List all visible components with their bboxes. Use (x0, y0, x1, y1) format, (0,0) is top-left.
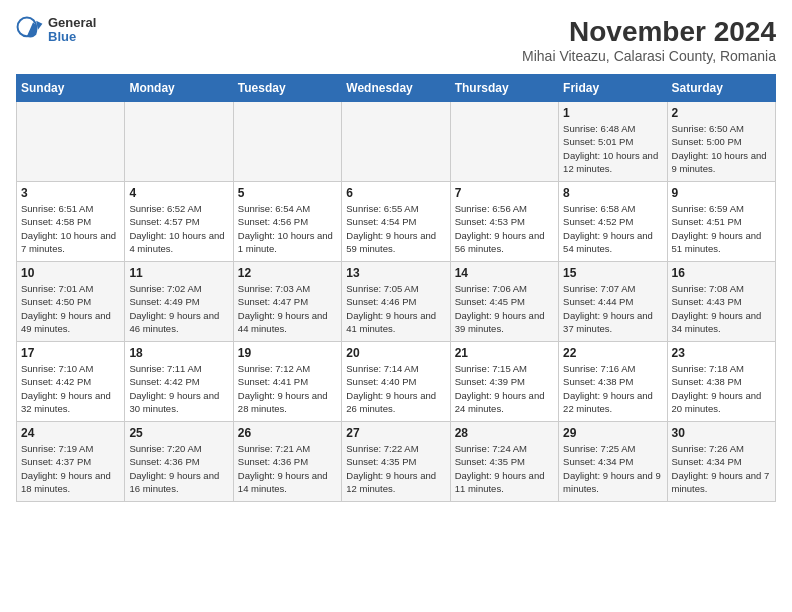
day-info: Sunrise: 7:14 AM Sunset: 4:40 PM Dayligh… (346, 362, 445, 415)
day-info: Sunrise: 7:11 AM Sunset: 4:42 PM Dayligh… (129, 362, 228, 415)
header-saturday: Saturday (667, 75, 775, 102)
calendar-cell (17, 102, 125, 182)
day-info: Sunrise: 7:18 AM Sunset: 4:38 PM Dayligh… (672, 362, 771, 415)
calendar-cell: 1Sunrise: 6:48 AM Sunset: 5:01 PM Daylig… (559, 102, 667, 182)
header-wednesday: Wednesday (342, 75, 450, 102)
calendar-cell: 27Sunrise: 7:22 AM Sunset: 4:35 PM Dayli… (342, 422, 450, 502)
calendar-cell: 3Sunrise: 6:51 AM Sunset: 4:58 PM Daylig… (17, 182, 125, 262)
calendar-cell (233, 102, 341, 182)
title-area: November 2024 Mihai Viteazu, Calarasi Co… (522, 16, 776, 64)
day-number: 9 (672, 186, 771, 200)
day-info: Sunrise: 7:20 AM Sunset: 4:36 PM Dayligh… (129, 442, 228, 495)
day-number: 25 (129, 426, 228, 440)
logo: General Blue (16, 16, 96, 45)
day-number: 15 (563, 266, 662, 280)
logo-blue: Blue (48, 30, 96, 44)
calendar-cell: 16Sunrise: 7:08 AM Sunset: 4:43 PM Dayli… (667, 262, 775, 342)
day-number: 27 (346, 426, 445, 440)
calendar-cell: 7Sunrise: 6:56 AM Sunset: 4:53 PM Daylig… (450, 182, 558, 262)
calendar-cell: 9Sunrise: 6:59 AM Sunset: 4:51 PM Daylig… (667, 182, 775, 262)
day-info: Sunrise: 6:55 AM Sunset: 4:54 PM Dayligh… (346, 202, 445, 255)
header-monday: Monday (125, 75, 233, 102)
day-info: Sunrise: 7:06 AM Sunset: 4:45 PM Dayligh… (455, 282, 554, 335)
calendar-cell: 11Sunrise: 7:02 AM Sunset: 4:49 PM Dayli… (125, 262, 233, 342)
day-info: Sunrise: 7:10 AM Sunset: 4:42 PM Dayligh… (21, 362, 120, 415)
calendar-cell: 14Sunrise: 7:06 AM Sunset: 4:45 PM Dayli… (450, 262, 558, 342)
calendar-cell: 6Sunrise: 6:55 AM Sunset: 4:54 PM Daylig… (342, 182, 450, 262)
day-info: Sunrise: 7:19 AM Sunset: 4:37 PM Dayligh… (21, 442, 120, 495)
calendar-cell: 25Sunrise: 7:20 AM Sunset: 4:36 PM Dayli… (125, 422, 233, 502)
day-number: 5 (238, 186, 337, 200)
day-number: 26 (238, 426, 337, 440)
calendar-body: 1Sunrise: 6:48 AM Sunset: 5:01 PM Daylig… (17, 102, 776, 502)
logo-icon (16, 16, 44, 44)
day-info: Sunrise: 7:21 AM Sunset: 4:36 PM Dayligh… (238, 442, 337, 495)
main-title: November 2024 (522, 16, 776, 48)
day-number: 3 (21, 186, 120, 200)
day-number: 19 (238, 346, 337, 360)
day-number: 13 (346, 266, 445, 280)
calendar-cell: 4Sunrise: 6:52 AM Sunset: 4:57 PM Daylig… (125, 182, 233, 262)
logo-general: General (48, 16, 96, 30)
calendar-cell: 21Sunrise: 7:15 AM Sunset: 4:39 PM Dayli… (450, 342, 558, 422)
day-number: 11 (129, 266, 228, 280)
calendar-cell: 29Sunrise: 7:25 AM Sunset: 4:34 PM Dayli… (559, 422, 667, 502)
day-info: Sunrise: 7:24 AM Sunset: 4:35 PM Dayligh… (455, 442, 554, 495)
day-number: 14 (455, 266, 554, 280)
calendar-cell (125, 102, 233, 182)
day-number: 22 (563, 346, 662, 360)
day-number: 7 (455, 186, 554, 200)
day-info: Sunrise: 7:08 AM Sunset: 4:43 PM Dayligh… (672, 282, 771, 335)
header-tuesday: Tuesday (233, 75, 341, 102)
day-number: 23 (672, 346, 771, 360)
week-row-5: 24Sunrise: 7:19 AM Sunset: 4:37 PM Dayli… (17, 422, 776, 502)
calendar-cell: 19Sunrise: 7:12 AM Sunset: 4:41 PM Dayli… (233, 342, 341, 422)
day-number: 2 (672, 106, 771, 120)
calendar-cell: 17Sunrise: 7:10 AM Sunset: 4:42 PM Dayli… (17, 342, 125, 422)
day-number: 16 (672, 266, 771, 280)
day-number: 4 (129, 186, 228, 200)
calendar-cell: 23Sunrise: 7:18 AM Sunset: 4:38 PM Dayli… (667, 342, 775, 422)
calendar-cell: 24Sunrise: 7:19 AM Sunset: 4:37 PM Dayli… (17, 422, 125, 502)
calendar-cell (450, 102, 558, 182)
calendar-cell: 28Sunrise: 7:24 AM Sunset: 4:35 PM Dayli… (450, 422, 558, 502)
calendar-cell: 8Sunrise: 6:58 AM Sunset: 4:52 PM Daylig… (559, 182, 667, 262)
calendar-cell: 15Sunrise: 7:07 AM Sunset: 4:44 PM Dayli… (559, 262, 667, 342)
calendar-cell (342, 102, 450, 182)
calendar-cell: 18Sunrise: 7:11 AM Sunset: 4:42 PM Dayli… (125, 342, 233, 422)
day-info: Sunrise: 6:50 AM Sunset: 5:00 PM Dayligh… (672, 122, 771, 175)
calendar-cell: 10Sunrise: 7:01 AM Sunset: 4:50 PM Dayli… (17, 262, 125, 342)
logo-text: General Blue (48, 16, 96, 45)
day-number: 30 (672, 426, 771, 440)
day-info: Sunrise: 6:54 AM Sunset: 4:56 PM Dayligh… (238, 202, 337, 255)
calendar-table: SundayMondayTuesdayWednesdayThursdayFrid… (16, 74, 776, 502)
day-number: 8 (563, 186, 662, 200)
day-info: Sunrise: 6:48 AM Sunset: 5:01 PM Dayligh… (563, 122, 662, 175)
day-number: 21 (455, 346, 554, 360)
header-friday: Friday (559, 75, 667, 102)
calendar-cell: 5Sunrise: 6:54 AM Sunset: 4:56 PM Daylig… (233, 182, 341, 262)
day-number: 6 (346, 186, 445, 200)
calendar-cell: 22Sunrise: 7:16 AM Sunset: 4:38 PM Dayli… (559, 342, 667, 422)
day-info: Sunrise: 7:22 AM Sunset: 4:35 PM Dayligh… (346, 442, 445, 495)
calendar-cell: 2Sunrise: 6:50 AM Sunset: 5:00 PM Daylig… (667, 102, 775, 182)
week-row-3: 10Sunrise: 7:01 AM Sunset: 4:50 PM Dayli… (17, 262, 776, 342)
header-row: SundayMondayTuesdayWednesdayThursdayFrid… (17, 75, 776, 102)
day-info: Sunrise: 7:12 AM Sunset: 4:41 PM Dayligh… (238, 362, 337, 415)
day-info: Sunrise: 7:02 AM Sunset: 4:49 PM Dayligh… (129, 282, 228, 335)
day-info: Sunrise: 7:16 AM Sunset: 4:38 PM Dayligh… (563, 362, 662, 415)
day-info: Sunrise: 7:03 AM Sunset: 4:47 PM Dayligh… (238, 282, 337, 335)
day-info: Sunrise: 7:07 AM Sunset: 4:44 PM Dayligh… (563, 282, 662, 335)
day-info: Sunrise: 7:25 AM Sunset: 4:34 PM Dayligh… (563, 442, 662, 495)
calendar-header: SundayMondayTuesdayWednesdayThursdayFrid… (17, 75, 776, 102)
day-number: 10 (21, 266, 120, 280)
subtitle: Mihai Viteazu, Calarasi County, Romania (522, 48, 776, 64)
calendar-cell: 30Sunrise: 7:26 AM Sunset: 4:34 PM Dayli… (667, 422, 775, 502)
day-number: 24 (21, 426, 120, 440)
day-info: Sunrise: 6:51 AM Sunset: 4:58 PM Dayligh… (21, 202, 120, 255)
calendar-cell: 26Sunrise: 7:21 AM Sunset: 4:36 PM Dayli… (233, 422, 341, 502)
day-info: Sunrise: 6:56 AM Sunset: 4:53 PM Dayligh… (455, 202, 554, 255)
calendar-cell: 20Sunrise: 7:14 AM Sunset: 4:40 PM Dayli… (342, 342, 450, 422)
day-info: Sunrise: 7:26 AM Sunset: 4:34 PM Dayligh… (672, 442, 771, 495)
day-number: 17 (21, 346, 120, 360)
